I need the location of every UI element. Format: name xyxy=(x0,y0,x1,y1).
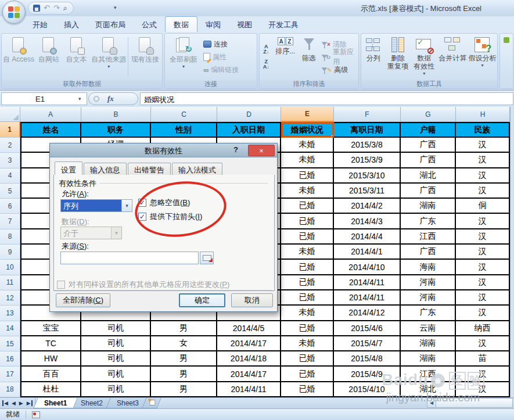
row-header-6[interactable]: 6 xyxy=(0,199,20,214)
ribbon-tab-formulas[interactable]: 公式 xyxy=(134,17,165,34)
cell-A18[interactable]: 杜杜 xyxy=(20,382,81,397)
cell-E15[interactable]: 未婚 xyxy=(281,336,334,351)
close-button[interactable]: × xyxy=(248,145,275,156)
cell-G11[interactable]: 河南 xyxy=(401,275,456,290)
col-header-C[interactable]: C xyxy=(151,107,217,122)
cell-E6[interactable]: 已婚 xyxy=(281,199,334,214)
cell-H16[interactable]: 苗 xyxy=(456,351,510,367)
ribbon-tab-view[interactable]: 视图 xyxy=(229,17,260,34)
cell-H2[interactable]: 汉 xyxy=(456,138,510,153)
from-text-button[interactable]: 自文本 xyxy=(63,35,91,79)
edit-links-button[interactable]: ∞ 编辑链接 xyxy=(202,64,240,76)
connections-button[interactable]: 连接 xyxy=(202,38,240,50)
cell-H13[interactable]: 汉 xyxy=(456,306,510,321)
cell-H3[interactable]: 汉 xyxy=(456,153,510,168)
last-sheet-icon[interactable]: ▶ xyxy=(27,400,33,406)
from-web-button[interactable]: 自网站 xyxy=(35,35,63,79)
row-header-1[interactable]: 1 xyxy=(0,122,20,138)
from-access-button[interactable]: 自 Access xyxy=(2,35,35,79)
refresh-all-button[interactable]: ↻ 全部刷新 ▾ xyxy=(166,35,202,79)
col-header-H[interactable]: H xyxy=(456,107,510,122)
cell-F3[interactable]: 2015/3/9 xyxy=(334,153,401,168)
cell-F8[interactable]: 2014/4/4 xyxy=(334,229,401,245)
reapply-button[interactable]: ↻ 重新应用 xyxy=(319,51,358,63)
cell-G7[interactable]: 广东 xyxy=(401,214,456,229)
cell-E5[interactable]: 未婚 xyxy=(281,184,334,199)
cell-F18[interactable]: 2015/4/10 xyxy=(334,382,401,397)
first-sheet-icon[interactable]: ◀ xyxy=(2,400,8,406)
cell-E16[interactable]: 已婚 xyxy=(281,351,334,367)
cell-E4[interactable]: 已婚 xyxy=(281,168,334,184)
what-if-analysis-button[interactable]: ? 假设分析 ▾ xyxy=(468,35,497,79)
cell-G12[interactable]: 河南 xyxy=(401,290,456,306)
sort-descending-button[interactable]: ZA↓ xyxy=(260,59,272,70)
row-header-14[interactable]: 14 xyxy=(0,321,20,336)
office-button[interactable] xyxy=(2,1,26,24)
cell-E2[interactable]: 未婚 xyxy=(281,138,334,153)
cell-G6[interactable]: 湖南 xyxy=(401,199,456,214)
insert-worksheet-tab[interactable] xyxy=(142,398,161,408)
cell-F2[interactable]: 2015/3/8 xyxy=(334,138,401,153)
cell-E3[interactable]: 未婚 xyxy=(281,153,334,168)
vertical-scrollbar[interactable] xyxy=(510,107,514,397)
row-header-15[interactable]: 15 xyxy=(0,336,20,351)
cell-E8[interactable]: 已婚 xyxy=(281,229,334,245)
data-validation-button[interactable]: ✓ 数据 有效性 ▾ xyxy=(411,35,437,79)
remove-duplicates-button[interactable]: 删除 重复项 xyxy=(384,35,411,79)
cell-E10[interactable]: 已婚 xyxy=(281,260,334,275)
chevron-down-icon[interactable]: ▾ xyxy=(121,200,132,211)
properties-button[interactable]: 属性 xyxy=(202,51,240,63)
cell-D15[interactable]: 2014/4/17 xyxy=(217,336,281,351)
cell-E13[interactable]: 未婚 xyxy=(281,306,334,321)
from-other-sources-button[interactable]: 自其他来源 ▾ xyxy=(90,35,127,79)
cell-F15[interactable]: 2015/4/7 xyxy=(334,336,401,351)
row-header-2[interactable]: 2 xyxy=(0,138,20,153)
cell-E1[interactable]: 婚姻状况 xyxy=(281,122,334,138)
cell-E18[interactable]: 已婚 xyxy=(281,382,334,397)
row-header-5[interactable]: 5 xyxy=(0,184,20,199)
cell-A1[interactable]: 姓名 xyxy=(20,122,81,138)
tab-error-alert[interactable]: 出错警告 xyxy=(128,163,171,176)
allow-select[interactable]: 序列 ▾ xyxy=(60,199,132,212)
cell-C16[interactable]: 男 xyxy=(151,351,217,367)
cell-F12[interactable]: 2014/4/11 xyxy=(334,290,401,306)
cell-D18[interactable]: 2014/4/11 xyxy=(217,382,281,397)
undo-icon[interactable]: ↶ xyxy=(44,4,50,12)
cell-E17[interactable]: 已婚 xyxy=(281,367,334,382)
cell-H9[interactable]: 汉 xyxy=(456,245,510,260)
row-header-4[interactable]: 4 xyxy=(0,168,20,184)
cell-G5[interactable]: 广西 xyxy=(401,184,456,199)
cell-G8[interactable]: 江西 xyxy=(401,229,456,245)
ribbon-tab-page-layout[interactable]: 页面布局 xyxy=(87,17,134,34)
row-header-11[interactable]: 11 xyxy=(0,275,20,290)
cell-D17[interactable]: 2014/4/17 xyxy=(217,367,281,382)
cell-G2[interactable]: 广西 xyxy=(401,138,456,153)
row-header-12[interactable]: 12 xyxy=(0,290,20,306)
cell-C1[interactable]: 性别 xyxy=(151,122,217,138)
cell-B1[interactable]: 职务 xyxy=(81,122,151,138)
save-icon[interactable] xyxy=(33,5,40,12)
cell-G13[interactable]: 广东 xyxy=(401,306,456,321)
row-header-13[interactable]: 13 xyxy=(0,306,20,321)
cell-C17[interactable]: 男 xyxy=(151,367,217,382)
col-header-G[interactable]: G xyxy=(401,107,456,122)
cell-D14[interactable]: 2014/4/5 xyxy=(217,321,281,336)
cell-A15[interactable]: TC xyxy=(20,336,81,351)
horizontal-scrollbar[interactable]: ◀ xyxy=(427,398,513,408)
cell-A14[interactable]: 宝宝 xyxy=(20,321,81,336)
row-header-17[interactable]: 17 xyxy=(0,367,20,382)
customize-qat-icon[interactable]: ▾ xyxy=(114,5,117,10)
tab-input-message[interactable]: 输入信息 xyxy=(84,163,127,176)
row-header-8[interactable]: 8 xyxy=(0,229,20,245)
cell-G9[interactable]: 广西 xyxy=(401,245,456,260)
cell-E14[interactable]: 已婚 xyxy=(281,321,334,336)
help-button[interactable]: ? xyxy=(231,145,241,156)
cell-C18[interactable]: 男 xyxy=(151,382,217,397)
source-input[interactable] xyxy=(60,252,199,264)
cell-F10[interactable]: 2014/4/10 xyxy=(334,260,401,275)
tab-settings[interactable]: 设置 xyxy=(55,161,82,175)
scroll-left-icon[interactable]: ◀ xyxy=(427,398,436,408)
cell-H1[interactable]: 民族 xyxy=(456,122,510,138)
redo-icon[interactable]: ↷ xyxy=(53,4,60,12)
filter-button[interactable]: 筛选 xyxy=(299,35,319,79)
